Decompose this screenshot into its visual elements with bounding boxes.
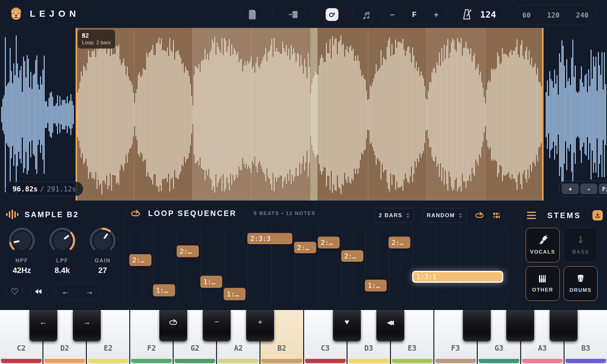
tempo-preset-120[interactable]: 120 <box>547 11 560 19</box>
sequencer-note[interactable]: 1:… <box>365 280 387 292</box>
knob-label: GAIN <box>95 258 111 264</box>
knob-lpf[interactable]: LPF 8.4k <box>46 227 78 275</box>
black-key-minus[interactable]: − <box>203 310 231 341</box>
sequencer-note[interactable]: 2:3:3 <box>247 233 292 244</box>
stems-menu-button[interactable] <box>527 212 536 219</box>
previous-sample-button[interactable] <box>30 283 47 300</box>
key-minus-button[interactable]: − <box>390 11 395 19</box>
stem-button-drums[interactable]: DRUMS <box>564 266 598 301</box>
key-color-strip <box>479 359 519 363</box>
sequencer-note[interactable]: 2:… <box>388 237 410 248</box>
time-total: 291.12s <box>47 185 76 193</box>
key-label: C3 <box>304 344 347 352</box>
sequencer-note[interactable]: 2:… <box>341 250 363 262</box>
knob-label: HPF <box>15 258 28 264</box>
key-label: G3 <box>478 344 520 352</box>
selection-title: B2 <box>82 32 111 39</box>
grid-line <box>307 227 307 301</box>
sequencer-note[interactable]: 2:… <box>129 254 151 266</box>
grid-line <box>201 227 201 301</box>
key-selector: − F + <box>381 5 448 25</box>
sample-buttons: ♡ ← → <box>6 283 101 300</box>
download-icon <box>595 213 600 218</box>
key-label: A3 <box>521 344 564 352</box>
import-button[interactable] <box>284 0 302 29</box>
tempo-preset-240[interactable]: 240 <box>576 11 589 19</box>
brand: LEJON <box>9 7 80 21</box>
black-key[interactable] <box>550 310 578 341</box>
sample-header: SAMPLE B2 <box>6 208 125 221</box>
time-separator: / <box>40 185 44 193</box>
sequencer-meta: 8 BEATS • 12 NOTES <box>254 211 316 217</box>
sequencer-note[interactable]: 1:… <box>224 288 246 300</box>
black-key-arrow-right[interactable]: → <box>73 310 101 341</box>
top-bar: LEJON <box>0 0 607 29</box>
stem-button-bass[interactable]: BASS <box>564 228 598 262</box>
knob-hpf[interactable]: HPF 42Hz <box>6 227 38 275</box>
randomize-pattern-button[interactable] <box>492 211 501 219</box>
key-label: F3 <box>434 344 477 352</box>
tempo-presets: 60 120 240 <box>514 5 597 25</box>
chevron-up-down-icon <box>459 213 462 218</box>
drum-icon <box>576 274 585 284</box>
waveform-display[interactable]: B2 Loop: 2 bars 96.82s / 291.12s + - Fit <box>0 28 607 201</box>
knob-value: 8.4k <box>55 266 70 275</box>
stem-button-other[interactable]: OTHER <box>526 266 560 301</box>
black-key-heart[interactable]: ♥ <box>333 310 361 341</box>
key-value: F <box>412 11 416 19</box>
knob-gain[interactable]: GAIN 27 <box>87 227 118 275</box>
arrow-right-button[interactable]: → <box>85 287 93 296</box>
bpm-value[interactable]: 124 <box>480 9 496 20</box>
key-label: B3 <box>565 344 607 352</box>
key-color-strip <box>131 359 172 363</box>
black-key-plus[interactable]: + <box>246 310 274 341</box>
sequencer-note-active[interactable]: 1:3:1 <box>412 271 503 283</box>
sequencer-note[interactable]: 2:… <box>318 237 340 248</box>
op-app-button[interactable] <box>323 0 341 29</box>
heart-outline-icon: ♡ <box>11 286 19 297</box>
black-key-rewind[interactable]: ◀◀ <box>376 310 404 341</box>
loop-icon <box>475 211 484 219</box>
zoom-fit-button[interactable]: Fit <box>599 184 607 194</box>
sound-pack-button[interactable]: ♬ <box>359 0 377 29</box>
zoom-out-button[interactable]: - <box>580 184 597 194</box>
download-stems-button[interactable] <box>592 210 603 221</box>
regenerate-loop-button[interactable] <box>475 211 484 219</box>
key-label: C2 <box>0 344 42 352</box>
black-key[interactable] <box>506 310 534 341</box>
black-key-arrow-left[interactable]: ← <box>29 310 57 341</box>
bars-select[interactable]: 2 BARS <box>374 208 414 223</box>
panel-divider <box>521 209 521 306</box>
grid-line <box>436 227 436 301</box>
selection-label: B2 Loop: 2 bars <box>78 30 115 49</box>
stems-panel: STEMS VOCALSBASSOTHERDRUMS <box>525 201 605 307</box>
key-label: A2 <box>217 344 259 352</box>
sequencer-note[interactable]: 2:… <box>177 245 199 257</box>
sequencer-note[interactable]: 2:… <box>294 242 316 253</box>
stem-button-vocals[interactable]: VOCALS <box>526 228 560 262</box>
favorite-button[interactable]: ♡ <box>6 283 23 300</box>
grid-line <box>483 227 483 301</box>
mode-select[interactable]: RANDOM <box>422 208 467 223</box>
grid-line <box>342 227 342 301</box>
time-current: 96.82s <box>12 185 38 193</box>
zoom-in-button[interactable]: + <box>562 184 579 194</box>
tempo-preset-60[interactable]: 60 <box>522 11 531 19</box>
bpm-group: 124 <box>461 0 496 29</box>
stem-label: DRUMS <box>570 287 592 293</box>
black-key-loop[interactable] <box>159 310 187 341</box>
grid-line <box>354 227 354 301</box>
topbar-divider <box>352 8 352 21</box>
file-button[interactable] <box>243 0 262 29</box>
lejon-app: LEJON <box>0 0 607 364</box>
arrow-left-button[interactable]: ← <box>62 287 70 296</box>
black-key[interactable] <box>463 310 491 341</box>
sequencer-note[interactable]: 1:… <box>200 276 222 288</box>
key-label: G2 <box>174 344 216 352</box>
rewind-icon: ◀◀ <box>388 318 392 326</box>
stems-header: STEMS <box>527 210 603 221</box>
grid-blocks-icon <box>492 211 501 219</box>
sequencer-note[interactable]: 1:… <box>153 284 175 296</box>
sample-panel: SAMPLE B2 HPF 42Hz LPF 8.4k GAIN 27 <box>6 208 125 308</box>
key-plus-button[interactable]: + <box>434 11 439 19</box>
